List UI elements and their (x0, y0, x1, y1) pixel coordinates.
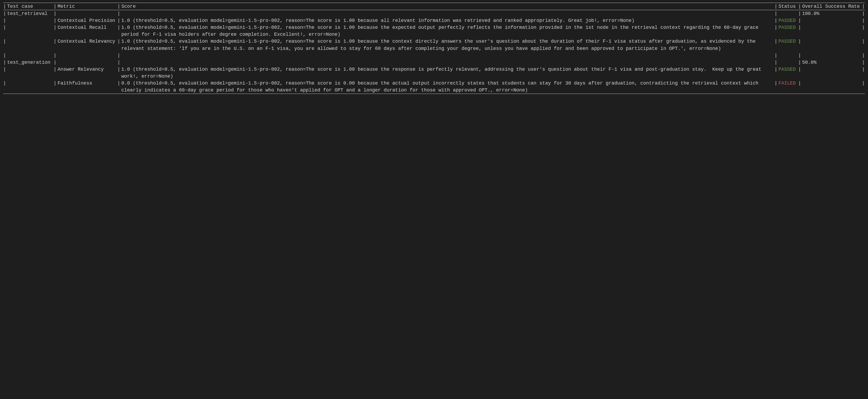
cell-rate: 100.0% (802, 10, 861, 17)
header-score: Score (121, 3, 773, 10)
cell-score (121, 59, 773, 66)
cell-rate (802, 80, 861, 94)
cell-status: PASSED (778, 24, 797, 38)
cell-metric (58, 52, 116, 59)
column-separator: | (2, 10, 7, 17)
cell-score: 0.0 (threshold=0.5, evaluation model=gem… (121, 80, 773, 94)
column-separator: | (116, 80, 121, 94)
column-separator: | (53, 80, 58, 94)
column-separator: | (2, 66, 7, 80)
column-separator: | (861, 10, 866, 17)
column-separator: | (861, 24, 866, 38)
cell-status: FAILED (778, 80, 797, 94)
column-separator: | (861, 66, 866, 80)
cell-testcase (7, 66, 53, 80)
column-separator: | (116, 3, 121, 10)
data-row: ||Faithfulness|0.0 (threshold=0.5, evalu… (2, 80, 866, 94)
cell-rate (802, 38, 861, 52)
cell-score: 1.0 (threshold=0.5, evaluation model=gem… (121, 24, 773, 38)
cell-metric: Contextual Precision (58, 17, 116, 24)
column-separator: | (53, 10, 58, 17)
cell-status (778, 10, 797, 17)
column-separator: | (2, 3, 7, 10)
column-separator: | (861, 38, 866, 52)
cell-score (121, 52, 773, 59)
column-separator: | (116, 17, 121, 24)
cell-rate (802, 17, 861, 24)
cell-score: 1.0 (threshold=0.5, evaluation model=gem… (121, 66, 773, 80)
column-separator: | (774, 3, 779, 10)
header-status: Status (778, 3, 797, 10)
cell-status: PASSED (778, 38, 797, 52)
column-separator: | (53, 59, 58, 66)
column-separator: | (774, 10, 779, 17)
column-separator: | (861, 59, 866, 66)
column-separator: | (774, 59, 779, 66)
column-separator: | (116, 38, 121, 52)
cell-score (121, 10, 773, 17)
column-separator: | (2, 52, 7, 59)
header-rate: Overall Success Rate (802, 3, 861, 10)
column-separator: | (774, 80, 779, 94)
data-row: |||||| (2, 52, 866, 59)
column-separator: | (797, 3, 802, 10)
column-separator: | (53, 3, 58, 10)
cell-testcase: test_generation (7, 59, 53, 66)
column-separator: | (53, 17, 58, 24)
cell-testcase: test_retrieval (7, 10, 53, 17)
column-separator: | (774, 52, 779, 59)
cell-status (778, 52, 797, 59)
test-results-table: |Test case|Metric|Score|Status|Overall S… (2, 3, 866, 94)
cell-rate (802, 24, 861, 38)
column-separator: | (774, 38, 779, 52)
column-separator: | (116, 52, 121, 59)
column-separator: | (861, 3, 866, 10)
column-separator: | (797, 80, 802, 94)
column-separator: | (774, 17, 779, 24)
column-separator: | (797, 24, 802, 38)
cell-status (778, 59, 797, 66)
column-separator: | (797, 59, 802, 66)
column-separator: | (774, 24, 779, 38)
cell-metric (58, 59, 116, 66)
column-separator: | (797, 10, 802, 17)
column-separator: | (2, 24, 7, 38)
horizontal-rule (3, 94, 865, 94)
column-separator: | (797, 17, 802, 24)
column-separator: | (116, 10, 121, 17)
cell-metric: Contextual Relevancy (58, 38, 116, 52)
cell-rate (802, 52, 861, 59)
column-separator: | (797, 52, 802, 59)
data-row: ||Contextual Relevancy|1.0 (threshold=0.… (2, 38, 866, 52)
cell-metric (58, 10, 116, 17)
header-metric: Metric (58, 3, 116, 10)
column-separator: | (797, 66, 802, 80)
cell-score: 1.0 (threshold=0.5, evaluation model=gem… (121, 38, 773, 52)
data-row: ||Answer Relevancy|1.0 (threshold=0.5, e… (2, 66, 866, 80)
cell-testcase (7, 52, 53, 59)
cell-rate (802, 66, 861, 80)
data-row: ||Contextual Precision|1.0 (threshold=0.… (2, 17, 866, 24)
column-separator: | (2, 80, 7, 94)
cell-metric: Contextual Recall (58, 24, 116, 38)
column-separator: | (116, 59, 121, 66)
column-separator: | (861, 52, 866, 59)
cell-testcase (7, 17, 53, 24)
cell-metric: Answer Relevancy (58, 66, 116, 80)
cell-status: PASSED (778, 66, 797, 80)
header-row: |Test case|Metric|Score|Status|Overall S… (2, 3, 866, 10)
cell-status: PASSED (778, 17, 797, 24)
cell-testcase (7, 24, 53, 38)
data-row: ||Contextual Recall|1.0 (threshold=0.5, … (2, 24, 866, 38)
column-separator: | (2, 17, 7, 24)
data-row: |test_retrieval||||100.0%| (2, 10, 866, 17)
column-separator: | (53, 38, 58, 52)
header-testcase: Test case (7, 3, 53, 10)
column-separator: | (2, 59, 7, 66)
column-separator: | (53, 66, 58, 80)
column-separator: | (53, 24, 58, 38)
column-separator: | (116, 24, 121, 38)
column-separator: | (861, 17, 866, 24)
data-row: |test_generation||||50.0%| (2, 59, 866, 66)
column-separator: | (861, 80, 866, 94)
